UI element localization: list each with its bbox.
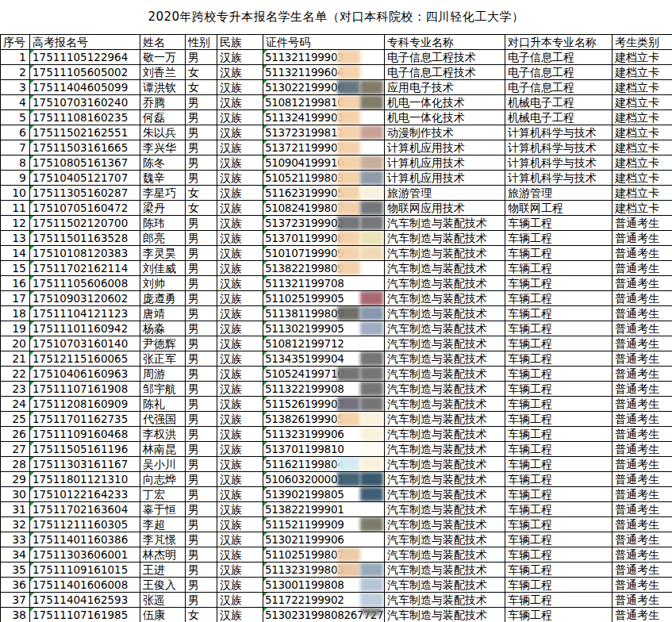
seq-value: 5 <box>19 111 26 124</box>
table-row: 31 17511702163604 辜于恒 男 汉族 513822199901 … <box>1 502 672 517</box>
cell-seq: 34 <box>1 547 30 562</box>
category-value: 普通考生 <box>615 217 659 229</box>
cell-major: 机电一体化技术 <box>385 110 505 125</box>
category-value: 普通考生 <box>615 488 659 501</box>
cell-gender: 男 <box>186 231 217 246</box>
cell-category: 建档立卡 <box>612 65 672 80</box>
cell-seq: 13 <box>1 231 30 246</box>
ethnicity-value: 汉族 <box>220 397 242 410</box>
table-row: 19 17511101160942 杨淼 男 汉族 511302199905 汽… <box>1 321 672 336</box>
cell-target-major: 车辆工程 <box>505 261 612 276</box>
cell-error-indicator-icon <box>30 457 34 461</box>
cell-ethnicity: 汉族 <box>217 246 263 261</box>
redaction-blur-block <box>360 457 383 471</box>
id-number-value: 513723199811 <box>265 126 344 139</box>
cell-exam-no: 17511503161665 <box>30 140 140 156</box>
ethnicity-value: 汉族 <box>220 126 242 139</box>
gender-value: 男 <box>188 428 199 440</box>
id-number-value: 511321199708 <box>265 277 344 290</box>
name-value: 陈玮 <box>143 217 165 229</box>
cell-major: 汽车制造与装配技术 <box>385 578 505 593</box>
table-row: 36 17511401606008 王俊入 男 汉族 513001199808 … <box>1 578 672 593</box>
cell-category: 建档立卡 <box>612 140 672 156</box>
cell-seq: 7 <box>1 140 30 156</box>
cell-error-indicator-icon <box>30 246 34 250</box>
cell-error-indicator-icon <box>263 156 267 159</box>
redaction-blur-block <box>337 231 360 245</box>
cell-target-major: 车辆工程 <box>505 306 612 321</box>
target-major-value: 车辆工程 <box>508 292 552 305</box>
cell-exam-no: 17512115160065 <box>30 351 140 367</box>
cell-seq: 8 <box>1 156 30 171</box>
cell-ethnicity: 汉族 <box>217 201 263 216</box>
cell-seq: 27 <box>1 442 30 457</box>
seq-value: 36 <box>12 578 26 591</box>
cell-exam-no: 17510903120602 <box>30 291 140 306</box>
gender-value: 男 <box>188 458 199 470</box>
ethnicity-value: 汉族 <box>220 337 242 350</box>
cell-exam-no: 17511105122964 <box>30 50 140 65</box>
ethnicity-value: 汉族 <box>220 322 242 335</box>
ethnicity-value: 汉族 <box>220 609 242 621</box>
category-value: 普通考生 <box>615 413 659 425</box>
name-value: 李兴华 <box>143 141 176 154</box>
cell-target-major: 车辆工程 <box>505 291 612 306</box>
cell-gender: 男 <box>186 412 217 427</box>
table-row: 23 17511107161908 邹宇航 男 汉族 511322199908 … <box>1 382 672 397</box>
redaction-blur-block <box>337 261 360 275</box>
cell-id-number: 513822199901 <box>263 502 385 517</box>
exam-no-value: 17511401160386 <box>33 533 128 546</box>
cell-major: 汽车制造与装配技术 <box>385 562 505 578</box>
cell-name: 刘佳威 <box>140 261 186 276</box>
cell-id-number: 513723199811 <box>263 125 385 140</box>
target-major-value: 车辆工程 <box>508 563 552 576</box>
table-row: 12 17511502120700 陈玮 男 汉族 513723199902 汽… <box>1 216 672 231</box>
cell-seq: 25 <box>1 412 30 427</box>
cell-category: 普通考生 <box>612 231 672 246</box>
cell-target-major: 电子信息工程 <box>505 50 612 65</box>
id-number-value: 513822199809 <box>265 262 344 275</box>
cell-exam-no: 17511105605002 <box>30 65 140 80</box>
cell-category: 普通考生 <box>612 321 672 336</box>
cell-target-major: 车辆工程 <box>505 502 612 517</box>
cell-id-number: 513022199906 <box>263 80 385 95</box>
exam-no-value: 17511701162735 <box>33 413 128 425</box>
cell-gender: 男 <box>186 427 217 442</box>
seq-value: 30 <box>12 488 26 501</box>
cell-major: 电子信息工程技术 <box>385 50 505 65</box>
cell-error-indicator-icon <box>263 65 267 69</box>
seq-value: 19 <box>12 322 26 335</box>
gender-value: 男 <box>188 473 199 486</box>
cell-category: 普通考生 <box>612 351 672 367</box>
header-id-number: 证件号码 <box>263 35 385 50</box>
seq-value: 12 <box>12 217 26 229</box>
redaction-blur-block <box>360 216 383 230</box>
name-value: 张遥 <box>143 593 165 606</box>
cell-error-indicator-icon <box>30 351 34 355</box>
redaction-blur-block <box>360 442 383 456</box>
name-value: 代强国 <box>143 413 176 425</box>
redaction-blur-block <box>337 110 360 125</box>
exam-no-value: 17511404162593 <box>33 593 128 606</box>
cell-error-indicator-icon <box>30 517 34 521</box>
cell-category: 普通考生 <box>612 472 672 487</box>
name-value: 邹宇航 <box>143 382 176 395</box>
seq-value: 38 <box>12 609 26 621</box>
cell-error-indicator-icon <box>30 412 34 416</box>
name-value: 杨淼 <box>143 322 165 335</box>
exam-no-value: 17510122164233 <box>33 488 128 501</box>
target-major-value: 计算机科学与技术 <box>508 141 597 154</box>
cell-name: 魏辛 <box>140 171 186 186</box>
cell-error-indicator-icon <box>263 578 267 582</box>
name-value: 郎亮 <box>143 232 165 244</box>
table-row: 21 17512115160065 张正军 男 汉族 513435199904 … <box>1 351 672 367</box>
header-name: 姓名 <box>140 35 186 50</box>
ethnicity-value: 汉族 <box>220 292 242 305</box>
id-number-value: 510824199807 <box>265 202 344 214</box>
cell-name: 吴小川 <box>140 457 186 472</box>
cell-name: 代强国 <box>140 412 186 427</box>
cell-major: 汽车制造与装配技术 <box>385 321 505 336</box>
name-value: 吴小川 <box>143 458 176 470</box>
major-value: 汽车制造与装配技术 <box>387 307 487 320</box>
ethnicity-value: 汉族 <box>220 51 242 63</box>
